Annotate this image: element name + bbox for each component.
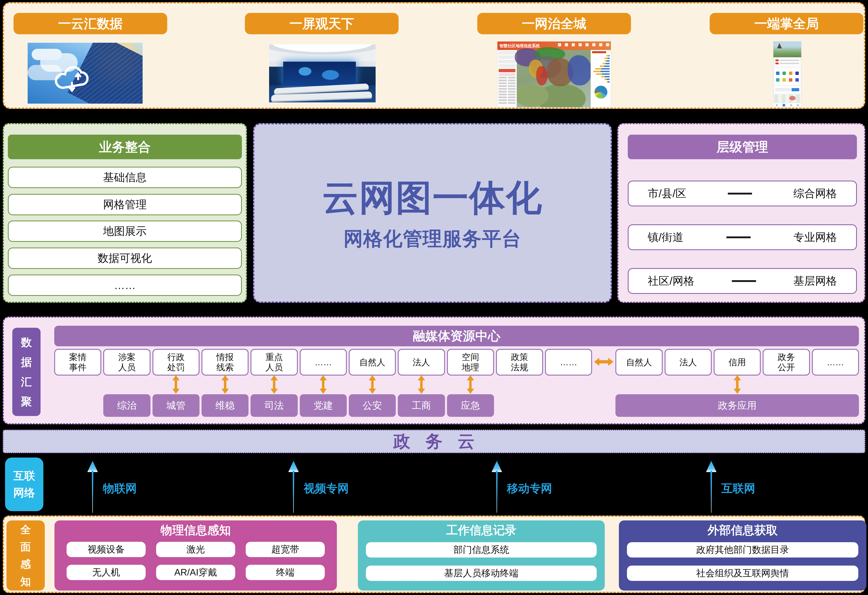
- source-box: 法人: [398, 349, 445, 376]
- data-aggregation-section: 数 据 汇 聚 融媒体资源中心 案情 事件 涉案 人员 行政 处罚 情报 线索 …: [3, 317, 865, 424]
- app-icon: [796, 78, 799, 82]
- app-icon: [776, 78, 779, 82]
- phone-banner-photo: [774, 41, 801, 57]
- dept-box: 工商: [398, 394, 445, 417]
- source-box: 重点 人员: [251, 349, 298, 376]
- external-info-header: 外部信息获取: [619, 520, 867, 540]
- cloud-data-image: [28, 43, 143, 104]
- physical-sensing-panel: 物理信息感知 视频设备 激光 超宽带 无人机 AR/AI穿戴 终端: [55, 520, 337, 591]
- media-resource-center-header: 融媒体资源中心: [54, 326, 859, 346]
- sensing-item: 终端: [246, 565, 325, 580]
- gis-search-button: [499, 69, 515, 72]
- network-tab: 互联 网络: [5, 458, 43, 511]
- sensing-item: AR/AI穿戴: [156, 565, 235, 580]
- data-aggregation-tab: 数 据 汇 聚: [12, 328, 41, 416]
- business-item: 网格管理: [8, 194, 242, 215]
- control-room-image: [269, 44, 376, 102]
- business-item: ……: [8, 274, 242, 296]
- business-integration-panel: 业务整合 基础信息 网格管理 地图展示 数据可视化 ……: [3, 123, 247, 303]
- source-box: 信用: [714, 349, 761, 376]
- video-wall: [283, 62, 356, 86]
- source-box: ……: [812, 349, 859, 376]
- vertical-exchange-arrow-icon: [319, 375, 327, 395]
- app-icon: [782, 72, 786, 75]
- source-box: 政务 公开: [763, 349, 810, 376]
- hierarchy-row: 市/县/区 综合网格: [628, 181, 857, 206]
- gis-chart-title-bar: [592, 51, 606, 53]
- app-icon: [789, 78, 792, 82]
- phone-notice-card: [774, 59, 800, 66]
- external-info-panel: 外部信息获取 政府其他部门数据目录 社会组织及互联网舆情: [619, 520, 867, 591]
- pie-chart: [595, 85, 607, 99]
- source-box: 政策 法规: [496, 349, 543, 376]
- hierarchy-left: 社区/网格: [648, 274, 694, 289]
- up-arrow-icon: [86, 461, 99, 514]
- diagram-stage: 一云汇数据 一屏观天下 一网治全城 一端掌全局 智慧社区地理信息系统: [0, 0, 868, 595]
- up-arrow-icon: [287, 461, 300, 514]
- dept-box: 应急: [447, 394, 494, 417]
- network-link-label: 移动专网: [507, 481, 552, 496]
- network-link-label: 视频专网: [304, 481, 349, 496]
- source-box: 空间 地理: [447, 349, 494, 376]
- physical-sensing-header: 物理信息感知: [55, 520, 337, 540]
- sensing-section: 全 面 感 知 物理信息感知 视频设备 激光 超宽带 无人机 AR/AI穿戴 终…: [3, 515, 865, 593]
- gis-nav-icons: [558, 43, 609, 46]
- pill-one-screen: 一屏观天下: [245, 13, 399, 34]
- source-box: 自然人: [349, 349, 396, 376]
- pagoda-silhouette: [777, 43, 782, 49]
- hierarchy-right: 专业网格: [793, 230, 837, 245]
- population-pyramid: [592, 55, 610, 84]
- hierarchy-left: 镇/街道: [648, 230, 683, 245]
- dept-box: 城管: [152, 394, 199, 417]
- gis-sidebar: [497, 50, 517, 107]
- source-box: 自然人: [616, 349, 663, 376]
- work-record-panel: 工作信息记录 部门信息系统 基层人员移动终端: [358, 520, 605, 591]
- government-cloud-bar: 政务云: [3, 430, 865, 453]
- vertical-exchange-arrow-icon: [172, 375, 180, 395]
- gov-application-box: 政务应用: [616, 394, 859, 417]
- source-box: 涉案 人员: [103, 349, 150, 376]
- external-item: 社会组织及互联网舆情: [627, 566, 858, 581]
- vertical-exchange-arrow-icon: [418, 375, 425, 395]
- platform-subtitle: 网格化管理服务平台: [344, 226, 521, 252]
- source-box: 法人: [665, 349, 712, 376]
- work-item: 基层人员移动终端: [366, 566, 597, 581]
- vertical-exchange-arrow-icon: [369, 375, 376, 395]
- sensing-item: 无人机: [66, 565, 146, 580]
- pill-one-network: 一网治全城: [477, 13, 631, 34]
- dept-box: 司法: [251, 394, 298, 417]
- up-arrow-icon: [705, 461, 718, 514]
- work-record-header: 工作信息记录: [358, 520, 605, 540]
- sensing-item: 激光: [156, 542, 235, 557]
- room-ceiling: [269, 44, 376, 61]
- sensing-tab: 全 面 感 知: [6, 520, 45, 591]
- up-arrow-icon: [490, 461, 503, 514]
- dash-connector: [728, 193, 752, 194]
- vertical-exchange-arrow-icon: [467, 375, 474, 395]
- phone-search-row: [774, 86, 800, 93]
- pill-cloud-data: 一云汇数据: [13, 13, 167, 34]
- gis-stats-panel: [590, 50, 611, 107]
- gis-dashboard-image: 智慧社区地理信息系统: [497, 41, 611, 107]
- hierarchy-right: 基层网格: [793, 274, 837, 289]
- horizontal-exchange-arrow-icon: [594, 358, 613, 367]
- dept-box: 公安: [349, 394, 396, 417]
- dash-connector: [726, 236, 751, 238]
- cloud-puff: [32, 49, 62, 60]
- government-cloud-label: 政务云: [378, 430, 490, 453]
- top-section: 一云汇数据 一屏观天下 一网治全城 一端掌全局 智慧社区地理信息系统: [3, 2, 865, 109]
- source-box: ……: [545, 349, 592, 376]
- network-link-label: 物联网: [103, 481, 137, 496]
- mobile-app-image: [774, 41, 801, 107]
- vertical-exchange-arrow-icon: [270, 375, 278, 395]
- cloud-sync-icon: [52, 61, 98, 99]
- business-item: 地图展示: [8, 221, 242, 242]
- source-box: ……: [300, 349, 347, 376]
- phone-input: [775, 88, 791, 91]
- work-item: 部门信息系统: [366, 542, 597, 558]
- platform-title: 云网图一体化: [322, 174, 543, 222]
- app-icon: [789, 72, 792, 75]
- source-box: 行政 处罚: [152, 349, 199, 376]
- sensing-item: 超宽带: [246, 542, 325, 557]
- phone-map-card: [774, 94, 800, 103]
